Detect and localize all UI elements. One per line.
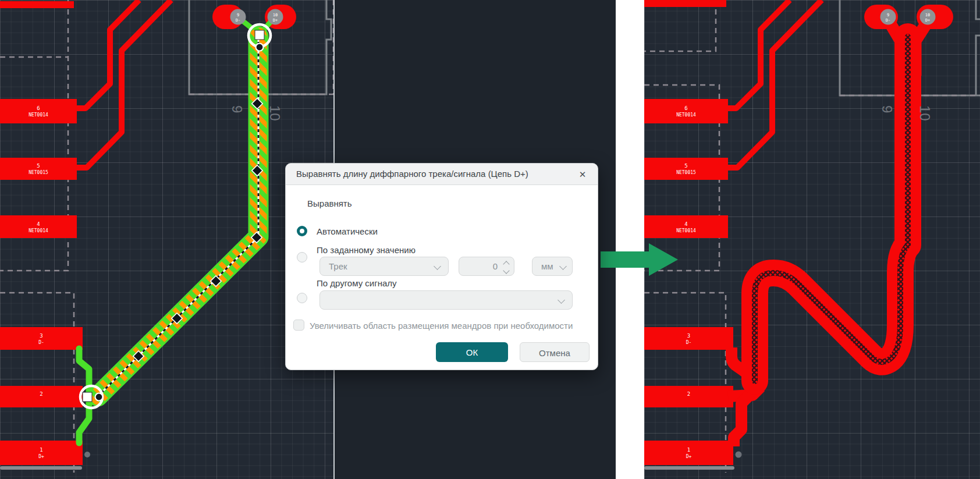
board-edge-bar-right (644, 466, 734, 470)
courtyard-right-top (644, 0, 716, 51)
track-type-select[interactable]: Трек (319, 257, 449, 276)
dialog-title: Выравнять длину диффпарного трека/сигнал… (296, 169, 528, 179)
pad-number: 6 (684, 105, 687, 111)
smd-pad-partial[interactable] (644, 0, 726, 7)
section-label: Выравнять (307, 198, 352, 208)
radio-by-value-label[interactable]: По заданному значению (317, 245, 416, 255)
pad-net-name: D+ (38, 454, 44, 459)
component-outline-right-notch (976, 0, 980, 95)
vertex-diamonds[interactable] (133, 98, 262, 361)
ok-button[interactable]: ОК (436, 342, 508, 362)
fiducial-dot-right (736, 452, 742, 458)
pad-number: 1 (687, 447, 690, 453)
pin-number: 9 (237, 13, 239, 17)
pad-number: 5 (684, 163, 687, 169)
trace-net0015-right[interactable] (727, 0, 822, 168)
pad-number: 5 (37, 163, 40, 169)
length-value[interactable]: 0 (493, 257, 498, 275)
pad-number: 1 (40, 447, 42, 453)
pad-net-name: D- (686, 340, 692, 345)
track-type-value: Трек (320, 257, 448, 275)
smd-pad-6[interactable] (644, 99, 728, 123)
chevron-down-icon (558, 296, 565, 304)
spinner-up-icon[interactable] (503, 261, 509, 267)
spinner-down-icon[interactable] (503, 267, 509, 274)
smd-pad-2[interactable] (644, 386, 733, 407)
transition-arrow (601, 243, 679, 280)
smd-pad-4[interactable] (0, 215, 77, 238)
smd-pad-1[interactable] (644, 441, 733, 465)
fiducial-dot-left (84, 452, 90, 457)
trace-net0014-left[interactable] (77, 0, 139, 108)
trace-net0014-right[interactable] (727, 0, 790, 108)
pad-number: 6 (37, 105, 40, 111)
radio-by-value[interactable] (297, 252, 307, 262)
pin-signal: D- (886, 18, 890, 23)
diffpair-meander-trace[interactable] (755, 37, 908, 381)
smd-pad-3[interactable] (0, 327, 83, 350)
pin-number: 9 (887, 13, 889, 17)
pin-ref-label: 9 (879, 105, 895, 113)
board-edge-bar-left (0, 466, 82, 470)
length-value-input[interactable]: 0 (459, 257, 514, 276)
pcb-editor-comparison: 6NET00145NET00154NET00143D-21D+6NET00145… (0, 0, 980, 479)
pin-number: 10 (273, 13, 278, 17)
pad-net-name: NET0014 (29, 112, 48, 118)
radio-by-signal[interactable] (297, 293, 307, 303)
expand-meander-area-label[interactable]: Увеличивать область размещения меандров … (310, 321, 573, 331)
pad-number: 3 (40, 333, 42, 339)
trace-net0015-left[interactable] (77, 0, 171, 168)
pad-net-name: D+ (686, 454, 692, 459)
pad-net-name: NET0015 (29, 170, 48, 175)
pin-signal: D+ (273, 18, 278, 23)
smd-pad-5[interactable] (644, 158, 728, 180)
pad-net-name: NET0014 (676, 228, 696, 233)
pin-ref-label: 10 (267, 105, 283, 121)
close-icon[interactable]: ✕ (576, 168, 590, 182)
pin-ref-label: 9 (229, 105, 245, 113)
radio-automatic-label[interactable]: Автоматически (317, 226, 378, 236)
smd-pad-5[interactable] (0, 158, 77, 180)
smd-pad-partial[interactable] (0, 1, 74, 8)
pin-number: 10 (925, 13, 930, 17)
pin-ref-label: 10 (917, 105, 933, 121)
panel-separator (616, 0, 644, 479)
diffpair-stub-pad1[interactable] (734, 394, 751, 446)
pin-signal: D+ (925, 18, 930, 23)
align-length-dialog: Выравнять длину диффпарного трека/сигнал… (285, 163, 598, 370)
pad-net-name: NET0014 (29, 228, 48, 233)
smd-pad-2[interactable] (0, 386, 83, 407)
pad-net-name: D- (38, 340, 44, 345)
smd-pad-3[interactable] (644, 327, 733, 350)
radio-by-signal-label[interactable]: По другому сигналу (317, 278, 397, 288)
pin-signal: D- (236, 18, 240, 23)
pad-net-name: NET0014 (676, 112, 696, 118)
signal-select[interactable] (319, 290, 573, 310)
pad-number: 4 (37, 221, 40, 227)
pad-number: 4 (684, 221, 687, 227)
dialog-titlebar[interactable]: Выравнять длину диффпарного трека/сигнал… (286, 164, 598, 185)
pad-number: 3 (687, 333, 690, 339)
smd-pad-6[interactable] (0, 99, 77, 123)
smd-pad-1[interactable] (0, 441, 83, 465)
pad-net-name: NET0015 (676, 170, 696, 175)
radio-automatic[interactable] (297, 226, 307, 236)
cancel-button[interactable]: Отмена (520, 342, 590, 362)
unit-select[interactable]: мм (532, 257, 573, 276)
pad-number: 2 (687, 391, 690, 397)
pad-number: 2 (40, 391, 42, 397)
smd-pad-4[interactable] (644, 215, 728, 238)
silkscreen-outlines (189, 0, 980, 95)
spinner-stepper[interactable] (504, 262, 509, 273)
expand-meander-area-checkbox[interactable] (293, 320, 304, 331)
arrow-right-icon (601, 243, 678, 276)
